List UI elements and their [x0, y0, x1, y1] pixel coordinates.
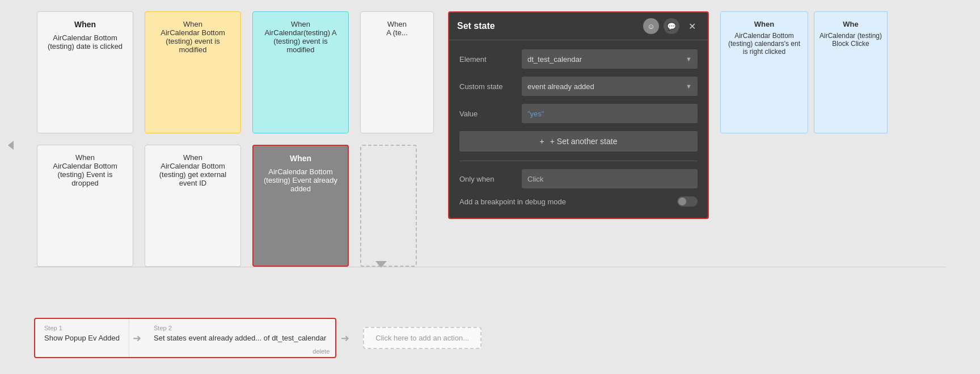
workflow-card-7-selected[interactable]: When AirCalendar Bottom (testing) Event … — [252, 145, 349, 267]
card-5-body: AirCalendar Bottom (testing) Event is dr… — [43, 162, 127, 187]
breakpoint-row: Add a breakpoint in debug mode — [459, 196, 698, 207]
strip-arrow-2: ➜ — [336, 332, 354, 344]
strip-step-1[interactable]: Step 1 Show Popup Ev Added — [35, 319, 129, 357]
partial-card-right-1-body: AirCalendar Bottom (testing) calendars's… — [725, 32, 803, 56]
only-when-text: Click — [527, 175, 543, 183]
only-when-row: Only when Click — [459, 169, 698, 188]
element-row: Element dt_test_calendar ▼ — [459, 49, 698, 69]
workflow-card-8-dashed[interactable] — [360, 145, 417, 267]
card-2-title: When — [151, 20, 235, 28]
card-7-body: AirCalendar Bottom (testing) Event alrea… — [259, 167, 342, 193]
panel-header: Set state ☺ 💬 ✕ — [449, 12, 708, 40]
canvas: When AirCalendar Bottom (testing) date i… — [0, 0, 980, 374]
panel-comment-icon-btn[interactable]: 💬 — [664, 18, 679, 34]
set-another-state-button[interactable]: + + Set another state — [459, 131, 698, 152]
element-label: Element — [459, 55, 522, 64]
partial-card-right-2[interactable]: Whe AirCalendar (testing) Block Clicke — [814, 11, 888, 133]
card-5-title: When — [43, 153, 127, 162]
panel-header-icons: ☺ 💬 ✕ — [643, 18, 700, 34]
strip-arrow-1: ➜ — [129, 319, 145, 357]
horizontal-divider — [34, 267, 946, 267]
card-6-body: AirCalendar Bottom (testing) get externa… — [151, 162, 235, 187]
custom-state-label: Custom state — [459, 82, 522, 91]
card-4-body: A (te... — [366, 28, 428, 37]
card-1-title: When — [43, 20, 127, 29]
card-1-body: AirCalendar Bottom (testing) date is cli… — [43, 33, 127, 51]
value-field[interactable]: "yes" — [522, 104, 698, 123]
left-arrow-handle — [8, 141, 14, 150]
workflow-card-6[interactable]: When AirCalendar Bottom (testing) get ex… — [145, 145, 241, 267]
card-6-title: When — [151, 153, 235, 162]
only-when-value[interactable]: Click — [522, 169, 698, 188]
partial-card-right-1[interactable]: When AirCalendar Bottom (testing) calend… — [720, 11, 808, 133]
panel-title: Set state — [457, 21, 495, 31]
toggle-knob — [678, 197, 686, 205]
comment-icon: 💬 — [667, 22, 676, 31]
custom-state-row: Custom state event already added ▼ — [459, 77, 698, 96]
card-3-title: When — [259, 20, 343, 28]
workflow-card-1[interactable]: When AirCalendar Bottom (testing) date i… — [37, 11, 133, 133]
custom-state-dropdown-value: event already added — [527, 82, 594, 91]
breakpoint-toggle[interactable] — [677, 196, 698, 207]
strip-step-2[interactable]: Step 2 Set states event already added...… — [145, 319, 335, 357]
breakpoint-label: Add a breakpoint in debug mode — [459, 197, 566, 206]
user-icon: ☺ — [647, 22, 654, 31]
custom-state-chevron: ▼ — [686, 83, 692, 90]
add-action-label: Click here to add an action... — [375, 334, 469, 342]
card-2-body: AirCalendar Bottom (testing) event is mo… — [151, 28, 235, 54]
set-another-label: + Set another state — [550, 137, 618, 146]
panel-divider — [459, 161, 698, 161]
step-1-label: Step 1 — [44, 325, 120, 331]
partial-card-right-1-title: When — [725, 20, 803, 28]
element-dropdown-chevron: ▼ — [686, 56, 692, 62]
value-label: Value — [459, 110, 522, 118]
custom-state-dropdown[interactable]: event already added ▼ — [522, 77, 698, 96]
workflow-card-5[interactable]: When AirCalendar Bottom (testing) Event … — [37, 145, 133, 267]
step-2-delete[interactable]: delete — [312, 348, 330, 355]
card-3-body: AirCalendar(testing) A (testing) event i… — [259, 28, 343, 54]
set-state-panel: Set state ☺ 💬 ✕ Element dt_test_calendar — [448, 11, 709, 219]
card-4-title: When — [366, 20, 428, 28]
step-2-label: Step 2 — [154, 325, 326, 331]
workflow-card-2[interactable]: When AirCalendar Bottom (testing) event … — [145, 11, 241, 133]
panel-close-icon-btn[interactable]: ✕ — [684, 18, 700, 34]
workflow-card-4-partial[interactable]: When A (te... — [360, 11, 434, 133]
only-when-label: Only when — [459, 175, 522, 183]
partial-card-right-2-body: AirCalendar (testing) Block Clicke — [819, 32, 882, 48]
step-1-value: Show Popup Ev Added — [44, 334, 120, 342]
step-2-value: Set states event already added... of dt_… — [154, 334, 326, 342]
element-dropdown[interactable]: dt_test_calendar ▼ — [522, 49, 698, 69]
panel-body: Element dt_test_calendar ▼ Custom state … — [449, 40, 708, 218]
workflow-strip-inner: Step 1 Show Popup Ev Added ➜ Step 2 Set … — [34, 318, 336, 358]
value-row: Value "yes" — [459, 104, 698, 123]
workflow-strip: Step 1 Show Popup Ev Added ➜ Step 2 Set … — [34, 318, 481, 358]
strip-add-action[interactable]: Click here to add an action... — [363, 327, 481, 349]
element-dropdown-value: dt_test_calendar — [527, 55, 582, 64]
value-text: "yes" — [527, 110, 544, 118]
set-another-plus-icon: + — [540, 137, 544, 146]
card-7-title: When — [259, 154, 342, 163]
panel-user-icon-btn[interactable]: ☺ — [643, 18, 659, 34]
close-icon: ✕ — [688, 21, 696, 32]
workflow-card-3[interactable]: When AirCalendar(testing) A (testing) ev… — [252, 11, 349, 133]
partial-card-right-2-title: Whe — [819, 20, 882, 28]
